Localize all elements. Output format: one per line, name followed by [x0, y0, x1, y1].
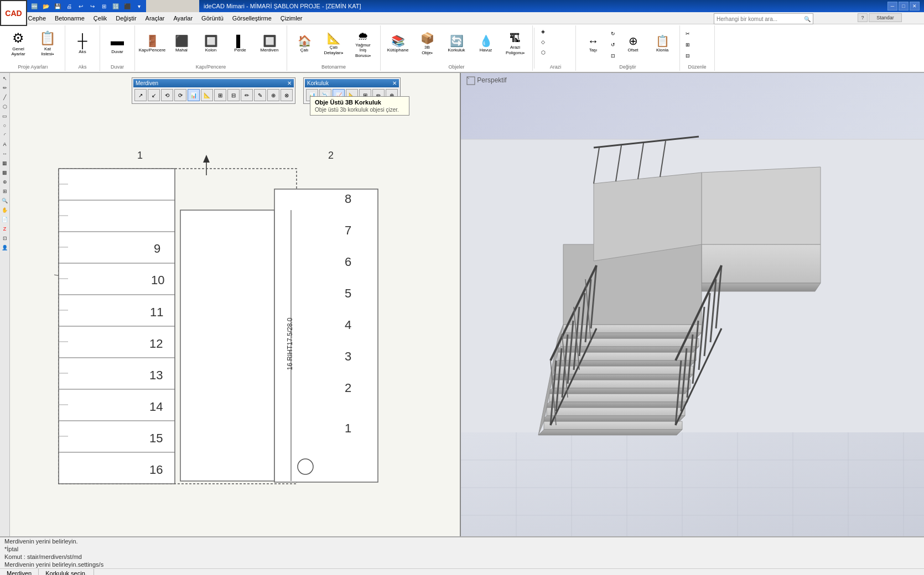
- maximize-button[interactable]: □: [899, 2, 909, 11]
- qa-new[interactable]: 🆕: [29, 1, 39, 11]
- menu-cephe[interactable]: Cephe: [24, 14, 50, 23]
- merd-btn-7[interactable]: ⊞: [214, 89, 226, 101]
- menu-araclar[interactable]: Araçlar: [141, 14, 169, 23]
- lt-color[interactable]: Z: [1, 224, 9, 233]
- qa-num[interactable]: 🔢: [111, 1, 121, 11]
- btn-3b-obje[interactable]: 📦 3BObje•: [413, 27, 441, 61]
- close-button[interactable]: ✕: [910, 2, 920, 11]
- lt-arc[interactable]: ◜: [1, 130, 9, 139]
- btn-arazi-tool-3[interactable]: ⬡: [539, 48, 572, 58]
- merd-btn-12[interactable]: ⊗: [281, 89, 293, 101]
- lt-grid[interactable]: ⊞: [1, 187, 9, 196]
- lt-zoom[interactable]: 🔍: [1, 196, 9, 205]
- standar-button[interactable]: Standar: [869, 13, 902, 22]
- btn-genel-ayarlar[interactable]: ⚙ GenelAyarlar: [4, 27, 32, 61]
- menu-degistir[interactable]: Değiştir: [111, 14, 141, 23]
- lt-prop[interactable]: ⊡: [1, 234, 9, 243]
- btn-arazi[interactable]: 🏗 AraziPoligonu•: [501, 27, 529, 61]
- lt-pan[interactable]: ✋: [1, 206, 9, 215]
- btn-mahal[interactable]: ⬛ Mahal: [168, 27, 195, 61]
- lt-snap[interactable]: ⊕: [1, 177, 9, 186]
- qa-undo[interactable]: ↩: [76, 1, 86, 11]
- btn-kapi-pencere[interactable]: 🚪 Kapı/Pencere: [138, 27, 166, 61]
- btn-duvar[interactable]: ▬ Duvar: [103, 27, 131, 61]
- merdiven-toolbar-header[interactable]: Merdiven ✕: [133, 79, 294, 87]
- menu-goruntu[interactable]: Görüntü: [197, 14, 228, 23]
- btn-tasi[interactable]: ↔ Taşı: [579, 27, 607, 61]
- btn-havuz[interactable]: 💧 Havuz: [472, 27, 500, 61]
- merd-btn-3[interactable]: ⟲: [161, 89, 173, 101]
- merd-btn-6[interactable]: 📐: [201, 89, 213, 101]
- btn-kutuphane[interactable]: 📚 Kütüphane: [384, 27, 412, 61]
- btn-d3[interactable]: ⊡: [609, 51, 617, 61]
- cad-drawing-2d: 1 2: [10, 73, 460, 536]
- merd-btn-11[interactable]: ⊕: [267, 89, 279, 101]
- qa-print[interactable]: 🖨: [64, 1, 74, 11]
- merd-btn-2[interactable]: ↙: [148, 89, 160, 101]
- lt-draw[interactable]: ✏: [1, 83, 9, 92]
- lt-select[interactable]: ↖: [1, 74, 9, 83]
- qa-arrow[interactable]: ▾: [134, 1, 144, 11]
- btn-kolon[interactable]: 🔲 Kolon: [197, 27, 225, 61]
- merd-btn-1[interactable]: ↗: [134, 89, 147, 101]
- lt-text[interactable]: A: [1, 140, 9, 149]
- lt-hatch[interactable]: ▦: [1, 159, 9, 168]
- lt-line[interactable]: ╱: [1, 93, 9, 102]
- btn-du3[interactable]: ⊟: [683, 51, 711, 61]
- menu-ayarlar[interactable]: Ayarlar: [169, 14, 197, 23]
- lt-dim[interactable]: ↔: [1, 149, 9, 158]
- ofset-icon: ⊕: [629, 34, 638, 48]
- qa-open[interactable]: 📂: [41, 1, 51, 11]
- menu-betonarme[interactable]: Betonarme: [50, 14, 89, 23]
- lt-person[interactable]: 👤: [1, 243, 9, 252]
- merd-btn-10[interactable]: ✎: [254, 89, 266, 101]
- btn-d2[interactable]: ↺: [609, 40, 617, 50]
- btn-kat-listesi[interactable]: 📋 Katlistesi•: [34, 27, 61, 61]
- btn-du2[interactable]: ⊞: [683, 40, 711, 50]
- btn-arazi-tool-1[interactable]: ◈: [539, 27, 572, 36]
- btn-klonla[interactable]: 📋 Klonla: [648, 27, 676, 61]
- ribbon-degistir-content: ↔ Taşı ↻ ↺ ⊡ ⊕ Ofset 📋 Klonla: [579, 27, 676, 63]
- btn-merdiven[interactable]: 🔲 Merdiven: [256, 27, 283, 61]
- btn-perde[interactable]: ▌ Perde: [226, 27, 254, 61]
- btn-d1[interactable]: ↻: [609, 29, 617, 39]
- du2-icon: ⊞: [686, 42, 690, 48]
- help-button[interactable]: ?: [858, 13, 868, 22]
- lt-layer[interactable]: 📄: [1, 215, 9, 224]
- btn-yagmur[interactable]: 🌧 Yağmur İnişBorusu•: [349, 27, 377, 61]
- lt-rect[interactable]: ▭: [1, 112, 9, 121]
- menu-celik[interactable]: Çelik: [89, 14, 111, 23]
- btn-ofset[interactable]: ⊕ Ofset: [619, 27, 647, 61]
- merdiven-close-icon[interactable]: ✕: [287, 80, 292, 86]
- korkuluk-toolbar-header[interactable]: Korkuluk ✕: [305, 79, 399, 87]
- qa-block[interactable]: ⬛: [122, 1, 132, 11]
- viewport-3d: Perspektif: [461, 73, 924, 536]
- lt-circle[interactable]: ○: [1, 121, 9, 130]
- btn-cati-detaylari[interactable]: 📐 ÇatıDetayları•: [320, 27, 347, 61]
- qa-grid[interactable]: ⊞: [99, 1, 109, 11]
- btn-du1[interactable]: ✂: [683, 29, 711, 39]
- menu-cizimler[interactable]: Çizimler: [276, 14, 307, 23]
- tooltip-description: Obje üstü 3b korkuluk objesi çizer.: [315, 107, 404, 113]
- lt-fill[interactable]: ▩: [1, 168, 9, 177]
- btn-cati[interactable]: 🏠 Çatı: [290, 27, 318, 61]
- btn-aks[interactable]: ┼ Aks: [69, 27, 96, 61]
- minimize-button[interactable]: ─: [887, 2, 897, 11]
- qa-redo[interactable]: ↪: [87, 1, 97, 11]
- menu-gorselleştirme[interactable]: Görselleştirme: [228, 14, 276, 23]
- aks-group-label: Aks: [78, 63, 86, 70]
- lt-poly[interactable]: ⬡: [1, 102, 9, 111]
- btn-arazi-tool-2[interactable]: ◇: [539, 37, 572, 47]
- cad-logo[interactable]: CAD: [0, 0, 27, 26]
- btn-korkuluk[interactable]: 🔄 Korkuluk: [443, 27, 470, 61]
- step-right-6: 6: [345, 255, 351, 269]
- step-left-13: 13: [149, 368, 163, 382]
- merd-btn-5[interactable]: 📊: [188, 89, 200, 101]
- tooltip-title: Obje Üstü 3B Korkuluk: [315, 99, 404, 106]
- merd-btn-4[interactable]: ⟳: [174, 89, 186, 101]
- korkuluk-close-icon[interactable]: ✕: [392, 80, 397, 86]
- search-input[interactable]: [717, 16, 804, 22]
- merd-btn-9[interactable]: ✏: [241, 89, 253, 101]
- merd-btn-8[interactable]: ⊟: [227, 89, 240, 101]
- qa-save[interactable]: 💾: [53, 1, 63, 11]
